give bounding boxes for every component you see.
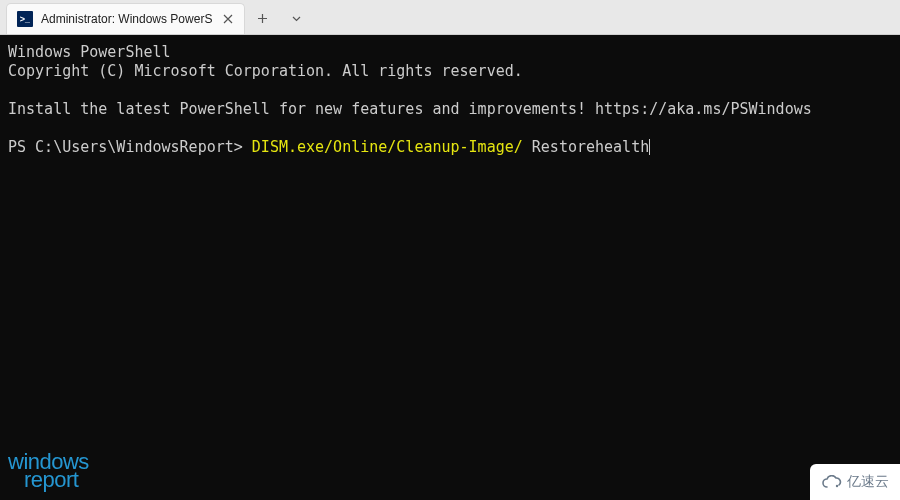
new-tab-button[interactable] [245,3,279,34]
command-argument: Restorehealth [523,138,649,156]
terminal-copyright-line: Copyright (C) Microsoft Corporation. All… [8,62,892,81]
yisu-text: 亿速云 [847,473,889,491]
terminal-install-line: Install the latest PowerShell for new fe… [8,100,892,119]
tab-strip: >_ Administrator: Windows PowerS [0,0,900,35]
tab-dropdown-button[interactable] [279,3,313,34]
watermark-text-bottom: report [8,471,89,490]
cloud-icon [821,475,843,489]
tab-powershell[interactable]: >_ Administrator: Windows PowerS [6,3,245,34]
yisu-watermark: 亿速云 [810,464,900,500]
tab-actions [245,3,313,34]
tab-title: Administrator: Windows PowerS [41,12,212,26]
close-icon[interactable] [220,11,236,27]
terminal-prompt-line: PS C:\Users\WindowsReport> DISM.exe/Onli… [8,138,892,157]
prompt-text: PS C:\Users\WindowsReport> [8,138,252,156]
svg-point-0 [836,485,838,487]
terminal-window: >_ Administrator: Windows PowerS Windows… [0,0,900,500]
terminal-header-line: Windows PowerShell [8,43,892,62]
windowsreport-watermark: windows report [8,453,89,490]
command-executable: DISM.exe/Online/Cleanup-Image/ [252,138,523,156]
terminal-body[interactable]: Windows PowerShell Copyright (C) Microso… [0,35,900,500]
text-cursor [649,139,650,155]
powershell-icon: >_ [17,11,33,27]
